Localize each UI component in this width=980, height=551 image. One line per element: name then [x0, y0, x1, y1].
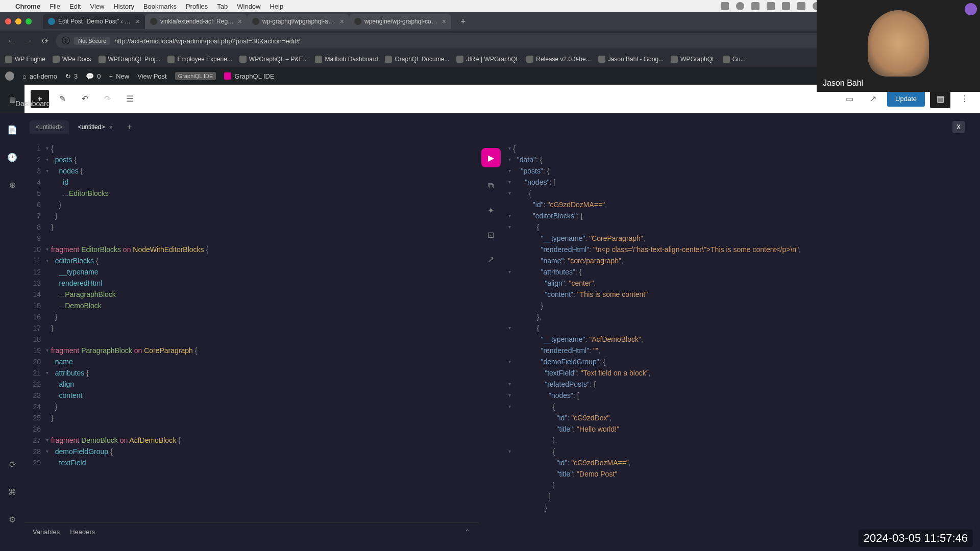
not-secure-badge: Not Secure: [74, 37, 110, 45]
comment-icon: 💬: [86, 72, 94, 80]
wp-sidebar-toggle[interactable]: ▤: [0, 85, 24, 113]
bookmark-favicon-icon: [53, 56, 60, 63]
more-options-button[interactable]: ⋮: [955, 90, 974, 108]
new-button[interactable]: + New: [109, 72, 130, 80]
tab-title: wpengine/wp-graphql-conten...: [364, 18, 439, 25]
shortcuts-icon[interactable]: ⌘: [6, 486, 18, 498]
url-text: http://acf-demo.local/wp-admin/post.php?…: [114, 37, 300, 45]
add-tab-button[interactable]: +: [122, 122, 137, 132]
chevron-up-icon[interactable]: ⌃: [464, 528, 470, 536]
variables-tab[interactable]: Variables: [33, 528, 60, 536]
refetch-icon[interactable]: ⟳: [6, 458, 18, 470]
window-minimize-button[interactable]: [15, 18, 21, 24]
browser-tab[interactable]: vinkla/extended-acf: Register...×: [145, 14, 247, 29]
menu-history[interactable]: History: [113, 3, 134, 10]
bookmark-item[interactable]: WPe Docs: [53, 56, 91, 63]
bookmark-item[interactable]: JIRA | WPGraphQL: [456, 56, 519, 63]
settings-icon[interactable]: ⚙: [6, 513, 18, 525]
browser-tab[interactable]: Edit Post "Demo Post" ‹ acf...×: [43, 14, 145, 29]
bookmark-item[interactable]: Employee Experie...: [167, 56, 232, 63]
close-tab-icon[interactable]: ×: [109, 123, 113, 131]
bookmark-favicon-icon: [315, 56, 322, 63]
export-icon[interactable]: ↗: [485, 253, 497, 265]
status-icon[interactable]: [797, 2, 805, 10]
browser-tab[interactable]: wpengine/wp-graphql-conten...×: [349, 14, 451, 29]
menu-file[interactable]: File: [50, 3, 60, 10]
menu-help[interactable]: Help: [270, 3, 284, 10]
menu-window[interactable]: Window: [237, 3, 260, 10]
prettify-icon[interactable]: ✦: [485, 204, 497, 216]
menu-bookmarks[interactable]: Bookmarks: [143, 3, 177, 10]
browser-tab[interactable]: wp-graphql/wpgraphql-acf: F...×: [247, 14, 349, 29]
status-icon[interactable]: [751, 2, 760, 10]
updates-button[interactable]: ↻ 3: [65, 72, 78, 80]
bookmark-label: JIRA | WPGraphQL: [466, 56, 519, 63]
back-button[interactable]: ←: [5, 34, 17, 47]
wp-logo[interactable]: [5, 71, 14, 81]
result-panel[interactable]: ▾{▾ "data": {▾ "posts": {▾ "nodes": [▾ {…: [504, 138, 970, 541]
preview-button[interactable]: ↗: [864, 90, 882, 108]
docs-icon[interactable]: 📄: [6, 123, 18, 136]
site-label: acf-demo: [30, 72, 57, 80]
graphiql-tab[interactable]: <untitled> ×: [72, 120, 119, 134]
reload-button[interactable]: ⟳: [40, 34, 51, 48]
close-tab-icon[interactable]: ×: [442, 17, 446, 26]
menu-edit[interactable]: Edit: [69, 3, 81, 10]
history-icon[interactable]: 🕐: [6, 151, 18, 163]
site-name[interactable]: ⌂ acf-demo: [22, 72, 57, 80]
bookmark-item[interactable]: WPGraphQL: [671, 56, 716, 63]
app-name[interactable]: Chrome: [15, 3, 40, 10]
close-tab-icon[interactable]: ×: [340, 17, 344, 26]
graphiql-ide-1[interactable]: GraphiQL IDE: [175, 72, 216, 80]
status-icon[interactable]: [721, 2, 729, 10]
view-button[interactable]: ▭: [840, 90, 859, 108]
forward-button[interactable]: →: [22, 34, 35, 47]
outline-button[interactable]: ☰: [120, 90, 139, 108]
bookmark-item[interactable]: GraphQL Docume...: [385, 56, 449, 63]
tab-title: Edit Post "Demo Post" ‹ acf...: [58, 18, 133, 25]
comments-button[interactable]: 💬 0: [86, 72, 101, 80]
status-icon[interactable]: [782, 2, 790, 10]
close-tab-icon[interactable]: ×: [136, 17, 140, 26]
dashboard-label[interactable]: Dashboard: [15, 99, 51, 108]
avatar-icon: [965, 3, 977, 15]
query-editor-panel: 1▾{2▾ posts {3▾ nodes {4 id5 ...EditorBl…: [24, 138, 478, 541]
bookmark-item[interactable]: Jason Bahl - Goog...: [598, 56, 664, 63]
bookmark-label: WPGraphQL – P&E...: [249, 56, 308, 63]
window-close-button[interactable]: [5, 18, 11, 24]
headers-tab[interactable]: Headers: [70, 528, 95, 536]
graphiql-tab[interactable]: <untitled>: [30, 120, 69, 134]
bookmark-item[interactable]: WPGraphQL – P&E...: [239, 56, 308, 63]
menu-tab[interactable]: Tab: [217, 3, 228, 10]
new-tab-button[interactable]: +: [455, 16, 471, 27]
explorer-icon[interactable]: ⊕: [6, 179, 18, 191]
bookmark-item[interactable]: WP Engine: [5, 56, 45, 63]
graphiql-label: GraphiQL IDE: [175, 72, 216, 80]
bookmark-item[interactable]: Release v2.0.0-be...: [526, 56, 591, 63]
bookmark-item[interactable]: Gu...: [723, 56, 746, 63]
window-maximize-button[interactable]: [26, 18, 32, 24]
bookmark-item[interactable]: WPGraphQL Proj...: [99, 56, 161, 63]
status-icon[interactable]: [736, 2, 744, 10]
graphiql-label: GraphQL IDE: [234, 72, 274, 80]
copy-icon[interactable]: ⧉: [485, 180, 497, 192]
merge-icon[interactable]: ⊡: [485, 229, 497, 241]
close-panel-button[interactable]: X: [952, 121, 965, 133]
bookmark-favicon-icon: [723, 56, 730, 63]
update-button[interactable]: Update: [887, 91, 925, 107]
settings-panel-button[interactable]: ▤: [930, 90, 950, 108]
view-post-button[interactable]: View Post: [137, 72, 167, 80]
status-icon[interactable]: [767, 2, 775, 10]
undo-button[interactable]: ↶: [76, 90, 94, 108]
bookmark-item[interactable]: Mailbob Dashboard: [315, 56, 378, 63]
close-tab-icon[interactable]: ×: [238, 17, 242, 26]
redo-button[interactable]: ↷: [98, 90, 116, 108]
tab-title: vinkla/extended-acf: Register...: [160, 18, 235, 25]
edit-tool-button[interactable]: ✎: [53, 90, 71, 108]
menu-view[interactable]: View: [90, 3, 104, 10]
bookmark-favicon-icon: [5, 56, 12, 63]
execute-button[interactable]: ▶: [481, 148, 501, 167]
graphiql-ide-2[interactable]: GraphQL IDE: [224, 72, 274, 80]
menu-profiles[interactable]: Profiles: [186, 3, 208, 10]
query-editor[interactable]: 1▾{2▾ posts {3▾ nodes {4 id5 ...EditorBl…: [24, 138, 478, 522]
